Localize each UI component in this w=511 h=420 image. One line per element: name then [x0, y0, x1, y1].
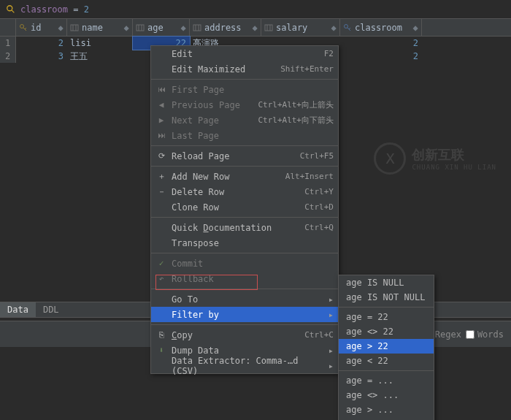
filter-expression[interactable]: classroom = 2	[20, 4, 89, 15]
svg-line-19	[349, 28, 350, 29]
menu-separator	[151, 79, 338, 80]
watermark: X 创新互联 CHUANG XIN HU LIAN	[374, 142, 496, 175]
tab-ddl[interactable]: DDL	[36, 302, 66, 317]
svg-rect-5	[71, 25, 78, 31]
cell-classroom[interactable]: 2	[340, 50, 422, 63]
sort-indicator[interactable]: ◆	[331, 23, 337, 33]
svg-line-1	[12, 9, 15, 12]
words-checkbox[interactable]: Words	[466, 329, 504, 340]
menu-separator	[151, 166, 338, 167]
sort-indicator[interactable]: ◆	[252, 23, 258, 33]
column-icon	[70, 23, 79, 32]
filter-submenu: age IS NULL age IS NOT NULL age = 22 age…	[338, 275, 434, 420]
next-page-icon: ▶	[155, 115, 167, 125]
watermark-logo: X	[374, 142, 406, 175]
commit-icon: ✓	[155, 259, 167, 268]
menu-last-page: ⏭Last Page	[151, 128, 338, 143]
row-number[interactable]: 2	[0, 50, 16, 63]
column-icon	[193, 23, 201, 32]
last-page-icon: ⏭	[155, 131, 167, 140]
filter-less-than-prompt[interactable]: age < ...	[339, 417, 434, 420]
tab-data[interactable]: Data	[0, 302, 36, 317]
watermark-py: CHUANG XIN HU LIAN	[412, 164, 496, 171]
column-header-salary[interactable]: salary ◆	[261, 19, 340, 36]
cell-id[interactable]: 3	[16, 50, 67, 63]
menu-previous-page: ◀Previous PageCtrl+Alt+向上箭头	[151, 97, 338, 112]
menu-next-page: ▶Next PageCtrl+Alt+向下箭头	[151, 112, 338, 128]
filter-not-equals[interactable]: age <> 22	[339, 324, 434, 339]
column-header-address[interactable]: address ◆	[190, 19, 261, 36]
sort-indicator[interactable]: ◆	[58, 23, 64, 33]
menu-go-to[interactable]: Go To▸	[151, 291, 338, 307]
menu-separator	[151, 324, 338, 325]
minus-icon: －	[155, 186, 167, 197]
filter-not-equals-prompt[interactable]: age <> ...	[339, 388, 434, 402]
menu-copy[interactable]: ⎘CopyCtrl+C	[151, 327, 338, 343]
menu-separator	[339, 307, 434, 308]
menu-filter-by[interactable]: Filter by▸	[151, 307, 338, 322]
menu-reload-page[interactable]: ⟳Reload PageCtrl+F5	[151, 148, 338, 164]
menu-first-page: ⏮First Page	[151, 82, 338, 97]
sort-indicator[interactable]: ◆	[123, 23, 129, 33]
menu-separator	[151, 253, 338, 253]
filter-equals-prompt[interactable]: age = ...	[339, 373, 434, 388]
svg-rect-14	[265, 25, 272, 31]
filter-less-than[interactable]: age < 22	[339, 354, 434, 368]
sort-indicator[interactable]: ◆	[180, 23, 186, 33]
filter-greater-than-prompt[interactable]: age > ...	[339, 402, 434, 417]
column-icon	[136, 23, 145, 32]
column-header-age[interactable]: age ◆	[133, 19, 190, 36]
column-label: name	[82, 23, 123, 33]
search-icon	[6, 4, 16, 15]
column-header-id[interactable]: id ◆	[16, 19, 67, 36]
column-header-classroom[interactable]: classroom ◆	[340, 19, 422, 36]
filter-is-not-null[interactable]: age IS NOT NULL	[339, 290, 434, 305]
column-icon	[264, 23, 273, 32]
svg-rect-11	[193, 25, 201, 31]
svg-line-4	[25, 28, 26, 29]
prev-page-icon: ◀	[155, 100, 167, 110]
menu-clone-row[interactable]: Clone RowCtrl+D	[151, 199, 338, 215]
cell-name[interactable]: 王五	[67, 50, 133, 63]
filter-equals[interactable]: age = 22	[339, 310, 434, 324]
filter-is-null[interactable]: age IS NULL	[339, 275, 434, 290]
submenu-arrow-icon: ▸	[328, 345, 334, 356]
key-icon	[343, 23, 352, 32]
rollback-icon: ↶	[155, 274, 167, 283]
column-label: age	[147, 23, 180, 33]
svg-rect-8	[137, 25, 144, 31]
row-number[interactable]: 1	[0, 37, 16, 50]
cell-id[interactable]: 2	[16, 37, 67, 50]
menu-edit-maximized[interactable]: Edit MaximizedShift+Enter	[151, 61, 338, 77]
dump-icon: ⬇	[155, 345, 167, 355]
column-label: address	[204, 23, 252, 33]
menu-separator	[339, 370, 434, 371]
submenu-arrow-icon: ▸	[328, 294, 334, 305]
menu-delete-row[interactable]: －Delete RowCtrl+Y	[151, 184, 338, 199]
menu-separator	[151, 145, 338, 146]
sort-indicator[interactable]: ◆	[412, 23, 418, 33]
column-label: salary	[276, 23, 331, 33]
reload-icon: ⟳	[155, 151, 167, 161]
context-menu: EditF2 Edit MaximizedShift+Enter ⏮First …	[150, 45, 339, 374]
menu-data-extractor[interactable]: Data Extractor: Comma-…d (CSV)▸	[151, 358, 338, 373]
plus-icon: ＋	[155, 171, 167, 182]
cell-classroom[interactable]: 2	[340, 37, 422, 50]
menu-transpose[interactable]: Transpose	[151, 235, 338, 251]
copy-icon: ⎘	[155, 330, 167, 340]
menu-edit[interactable]: EditF2	[151, 46, 338, 61]
menu-separator	[151, 217, 338, 218]
watermark-cn: 创新互联	[412, 146, 496, 164]
submenu-arrow-icon: ▸	[328, 361, 334, 371]
menu-commit: ✓Commit	[151, 256, 338, 271]
cell-name[interactable]: lisi	[67, 37, 133, 50]
column-header-name[interactable]: name ◆	[67, 19, 133, 36]
filter-bar: classroom = 2	[0, 0, 511, 19]
menu-add-row[interactable]: ＋Add New RowAlt+Insert	[151, 169, 338, 184]
filter-greater-than[interactable]: age > 22	[339, 339, 434, 354]
menu-separator	[151, 289, 338, 289]
column-label: classroom	[355, 23, 412, 33]
menu-quick-documentation[interactable]: Quick DocumentationCtrl+Q	[151, 220, 338, 235]
submenu-arrow-icon: ▸	[328, 310, 334, 320]
first-page-icon: ⏮	[155, 85, 167, 94]
